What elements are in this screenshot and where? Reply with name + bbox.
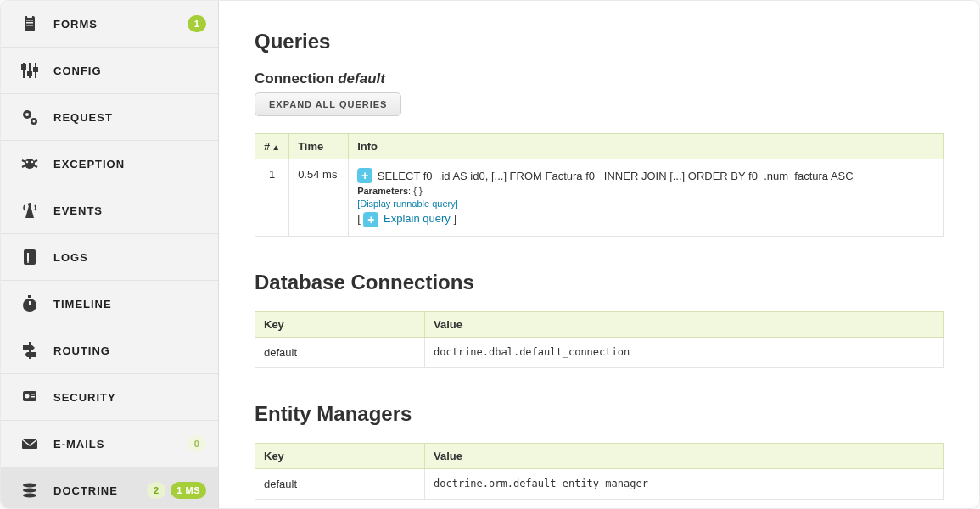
svg-line-19 <box>34 160 37 162</box>
sidebar-item-label: SECURITY <box>53 391 206 404</box>
explain-query-link[interactable]: Explain query <box>384 212 451 225</box>
badge: 1 MS <box>171 482 206 499</box>
stack-icon <box>16 479 43 501</box>
svg-rect-35 <box>31 396 35 398</box>
entity-managers-table: Key Value default doctrine.orm.default_e… <box>255 443 944 500</box>
db-connections-table: Key Value default doctrine.dbal.default_… <box>255 311 944 368</box>
sidebar-item-config[interactable]: CONFIG <box>1 48 218 94</box>
dbconn-key-header: Key <box>255 312 425 338</box>
connection-name: default <box>338 70 385 87</box>
badge: 2 <box>147 482 165 499</box>
svg-point-16 <box>26 161 29 164</box>
col-time-header[interactable]: Time <box>289 134 349 159</box>
query-index: 1 <box>255 159 289 237</box>
sidebar-item-label: EXCEPTION <box>53 158 206 171</box>
svg-point-38 <box>23 489 36 493</box>
params-label: Parameters <box>357 186 408 196</box>
gears-icon <box>16 106 43 128</box>
svg-rect-0 <box>25 16 35 31</box>
stopwatch-icon <box>16 293 43 315</box>
em-value: doctrine.orm.default_entity_manager <box>425 469 944 500</box>
sidebar-item-request[interactable]: REQUEST <box>1 94 218 141</box>
svg-line-20 <box>22 165 25 167</box>
bug-icon <box>16 153 43 175</box>
svg-marker-31 <box>25 352 36 357</box>
dbconn-value-header: Value <box>425 312 944 338</box>
svg-rect-4 <box>26 25 33 26</box>
query-row: 1 0.54 ms + SELECT f0_.id AS id0, [...] … <box>255 159 944 237</box>
svg-rect-8 <box>22 65 25 69</box>
sidebar-item-label: TIMELINE <box>53 298 206 310</box>
antenna-icon <box>16 199 43 221</box>
db-connections-heading: Database Connections <box>255 271 944 294</box>
sidebar-item-label: CONFIG <box>53 64 206 77</box>
table-row: default doctrine.orm.default_entity_mana… <box>255 469 944 500</box>
svg-point-22 <box>28 203 31 206</box>
svg-point-15 <box>25 159 35 169</box>
sidebar-item-logs[interactable]: LOGS <box>1 234 218 281</box>
dbconn-value: doctrine.dbal.default_connection <box>425 338 944 368</box>
sidebar-item-label: EVENTS <box>53 204 206 217</box>
svg-rect-2 <box>26 20 33 21</box>
explain-row: [ + Explain query ] <box>357 212 934 227</box>
entity-managers-heading: Entity Managers <box>255 402 944 426</box>
svg-rect-9 <box>28 72 31 76</box>
display-runnable-row: [Display runnable query] <box>357 199 934 209</box>
svg-rect-10 <box>34 68 37 71</box>
svg-point-17 <box>31 161 34 164</box>
svg-point-37 <box>23 484 36 488</box>
svg-rect-3 <box>26 22 33 24</box>
sidebar-item-badges: 21 MS <box>147 482 206 499</box>
explain-expand-icon[interactable]: + <box>363 212 378 227</box>
sidebar-item-e-mails[interactable]: E-MAILS0 <box>1 421 218 467</box>
dbconn-key: default <box>255 338 425 368</box>
sidebar-item-security[interactable]: SECURITY <box>1 374 218 421</box>
em-value-header: Value <box>425 444 944 469</box>
display-runnable-link[interactable]: [Display runnable query] <box>357 199 458 209</box>
connection-label: Connection <box>255 70 334 87</box>
sidebar-item-forms[interactable]: FORMS1 <box>1 1 218 48</box>
sidebar-item-label: LOGS <box>53 251 206 264</box>
sidebar-item-label: FORMS <box>53 18 188 31</box>
col-num-header[interactable]: # <box>255 134 289 159</box>
svg-line-21 <box>34 165 37 167</box>
sidebar-item-timeline[interactable]: TIMELINE <box>1 281 218 327</box>
sidebar-item-events[interactable]: EVENTS <box>1 187 218 234</box>
col-info-header[interactable]: Info <box>349 134 944 159</box>
sidebar-item-badges: 0 <box>188 435 206 452</box>
expand-query-icon[interactable]: + <box>357 168 372 183</box>
sidebar-item-label: E-MAILS <box>53 438 188 450</box>
svg-rect-1 <box>27 14 32 18</box>
table-row: default doctrine.dbal.default_connection <box>255 338 944 368</box>
sidebar-item-label: ROUTING <box>53 344 206 357</box>
badge: 0 <box>188 435 206 452</box>
sidebar-item-doctrine[interactable]: DOCTRINE21 MS <box>1 467 218 509</box>
em-key-header: Key <box>255 444 425 469</box>
query-time: 0.54 ms <box>289 159 349 237</box>
badge: 1 <box>188 15 206 32</box>
clipboard-icon <box>16 13 43 35</box>
sidebar-item-routing[interactable]: ROUTING <box>1 327 218 374</box>
params-value: { } <box>413 186 422 196</box>
svg-point-12 <box>25 113 29 116</box>
query-sql: SELECT f0_.id AS id0, [...] FROM Factura… <box>378 170 854 182</box>
query-info-cell: + SELECT f0_.id AS id0, [...] FROM Factu… <box>349 159 944 237</box>
svg-rect-24 <box>27 253 29 261</box>
em-key: default <box>255 469 425 500</box>
file-icon <box>16 246 43 268</box>
main-panel: Queries Connection default EXPAND ALL QU… <box>219 1 979 508</box>
query-params: Parameters: { } <box>357 186 934 196</box>
queries-table: # Time Info 1 0.54 ms + SELECT f0_.id AS… <box>255 133 944 237</box>
svg-marker-30 <box>23 345 35 350</box>
sidebar-item-badges: 1 <box>188 15 206 32</box>
sliders-icon <box>16 59 43 81</box>
connection-heading: Connection default <box>255 70 944 87</box>
queries-heading: Queries <box>255 30 944 53</box>
badge-icon <box>16 386 43 408</box>
sidebar: FORMS1CONFIGREQUESTEXCEPTIONEVENTSLOGSTI… <box>1 1 219 508</box>
expand-all-button[interactable]: EXPAND ALL QUERIES <box>255 92 401 116</box>
sidebar-item-exception[interactable]: EXCEPTION <box>1 141 218 187</box>
sidebar-item-label: REQUEST <box>53 111 206 124</box>
svg-point-33 <box>25 394 30 399</box>
envelope-icon <box>16 433 43 455</box>
